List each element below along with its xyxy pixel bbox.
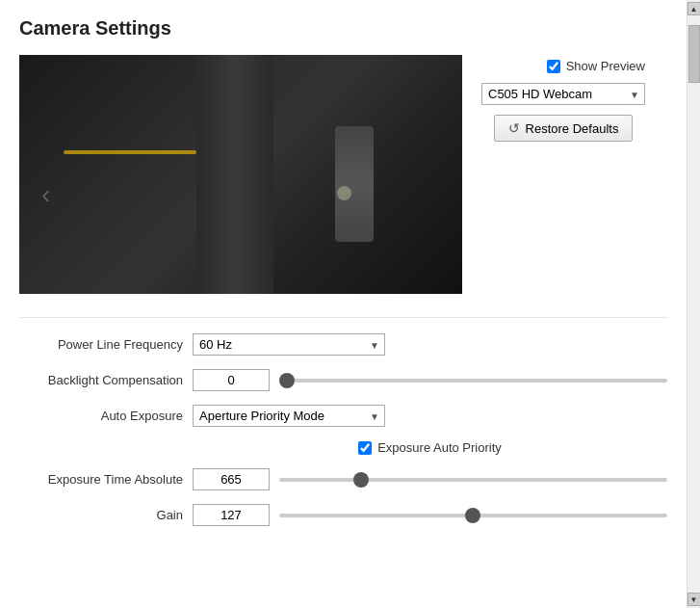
main-container: Camera Settings ‹ Show Preview [0,0,700,608]
camera-preview: ‹ [19,55,462,294]
exposure-time-row: Exposure Time Absolute [29,468,667,490]
separator [19,317,667,318]
scroll-down-arrow: ▼ [690,595,698,604]
scrollbar-thumb[interactable] [688,25,700,83]
exposure-time-slider-container [279,478,667,482]
auto-exposure-label: Auto Exposure [29,409,183,423]
exposure-priority-row: Exposure Auto Priority [29,440,667,455]
gain-label: Gain [29,508,183,522]
right-controls: Show Preview C505 HD Webcam Built-in Cam… [481,55,645,294]
gain-input[interactable] [193,504,270,526]
restore-btn-row: ↺ Restore Defaults [481,115,645,142]
exposure-time-slider[interactable] [279,478,667,482]
camera-visual: ‹ [19,55,462,294]
backlight-control [193,369,667,391]
show-preview-label: Show Preview [566,59,645,73]
gain-row: Gain [29,504,667,526]
scrollbar-down-button[interactable]: ▼ [687,593,701,606]
settings-grid: Power Line Frequency 60 Hz 50 Hz Backlig… [19,333,667,526]
camera-bar [196,55,273,294]
backlight-slider-container [279,379,667,383]
power-line-row: Power Line Frequency 60 Hz 50 Hz [29,333,667,356]
gain-control [193,504,667,526]
backlight-input[interactable] [193,369,270,391]
show-preview-checkbox[interactable] [547,60,560,73]
gain-slider[interactable] [279,514,667,517]
power-line-label: Power Line Frequency [29,337,183,352]
restore-defaults-button[interactable]: ↺ Restore Defaults [494,115,634,142]
webcam-select[interactable]: C505 HD Webcam Built-in Camera [481,83,645,105]
backlight-slider[interactable] [279,379,667,383]
exposure-time-label: Exposure Time Absolute [29,472,183,487]
page-title: Camera Settings [19,17,667,40]
auto-exposure-select[interactable]: Aperture Priority Mode Manual Mode Auto … [193,405,385,427]
auto-exposure-select-wrapper: Aperture Priority Mode Manual Mode Auto … [193,405,385,427]
backlight-label: Backlight Compensation [29,373,183,387]
scroll-up-arrow: ▲ [690,5,698,13]
power-line-control: 60 Hz 50 Hz [193,333,667,356]
scrollbar-track: ▲ ▼ [687,0,700,608]
auto-exposure-control: Aperture Priority Mode Manual Mode Auto … [193,405,667,427]
power-line-select[interactable]: 60 Hz 50 Hz [193,333,385,356]
scrollbar-thumb-area [687,15,700,593]
exposure-auto-priority-checkbox[interactable] [358,441,372,455]
restore-defaults-label: Restore Defaults [526,121,619,136]
camera-detail1 [64,150,196,154]
auto-exposure-row: Auto Exposure Aperture Priority Mode Man… [29,405,667,427]
camera-arrow: ‹ [41,179,50,210]
top-section: ‹ Show Preview C505 HD Webcam Built-in C… [19,55,667,294]
content-area: Camera Settings ‹ Show Preview [0,0,687,608]
exposure-time-control [193,468,667,490]
gain-slider-container [279,514,667,517]
webcam-select-row: C505 HD Webcam Built-in Camera [481,83,645,105]
restore-icon: ↺ [508,120,520,136]
backlight-row: Backlight Compensation [29,369,667,391]
exposure-time-input[interactable] [193,468,270,490]
webcam-select-wrapper: C505 HD Webcam Built-in Camera [481,83,645,105]
scrollbar-up-button[interactable]: ▲ [687,2,701,15]
exposure-auto-priority-label: Exposure Auto Priority [377,440,502,455]
show-preview-row: Show Preview [481,59,645,73]
power-line-select-wrapper: 60 Hz 50 Hz [193,333,385,356]
camera-cable [335,126,374,242]
